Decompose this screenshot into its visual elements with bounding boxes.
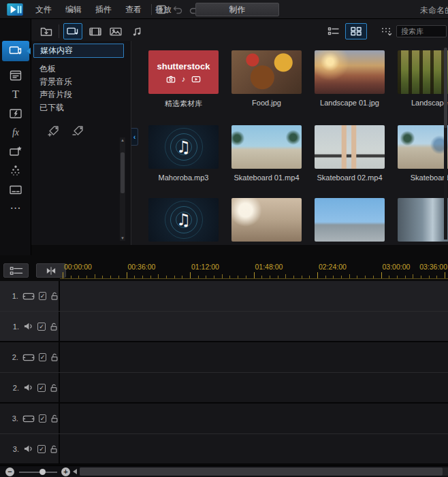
track-header[interactable]: 3.✓ (0, 404, 60, 433)
track-enable-checkbox[interactable]: ✓ (39, 353, 46, 361)
timeline-ruler[interactable]: 00:00:0000:36:0001:12:0001:48:0002:24:00… (60, 261, 448, 281)
ruler-tick (238, 276, 238, 278)
track-header[interactable]: 3.✓ (0, 434, 60, 463)
timeline-zoom-slider[interactable] (19, 472, 57, 473)
pip-objects-room-button[interactable] (2, 142, 29, 161)
ruler-tick (71, 276, 71, 278)
ruler-tick (214, 276, 214, 278)
track-header[interactable]: 1.✓ (0, 312, 60, 341)
track-lane[interactable] (60, 373, 448, 402)
menu-item[interactable]: 编辑 (59, 4, 89, 16)
remove-tag-button[interactable] (71, 124, 86, 137)
track-enable-checkbox[interactable]: ✓ (39, 292, 46, 300)
save-icon[interactable] (155, 3, 167, 16)
particle-room-button[interactable] (2, 161, 29, 180)
import-media-button[interactable] (37, 22, 55, 40)
category-item[interactable]: 声音片段 (31, 88, 131, 101)
media-item[interactable]: shutterstock♪精选素材库 (148, 50, 219, 109)
track-header[interactable]: 1.✓ (0, 281, 60, 311)
media-grid-scroll-thumb[interactable] (444, 48, 447, 128)
timeline-scrollbar[interactable] (80, 467, 448, 476)
media-item[interactable]: Skateboard 0 (398, 125, 448, 182)
menu-item[interactable]: 插件 (89, 4, 118, 16)
category-item[interactable]: 背景音乐 (31, 76, 131, 88)
track-lane[interactable] (60, 281, 448, 311)
track-lock-button[interactable] (50, 322, 58, 331)
track-header[interactable]: 2.✓ (0, 373, 60, 402)
track-lane[interactable] (60, 342, 448, 372)
track-lock-button[interactable] (50, 444, 58, 454)
media-grid-scrollbar[interactable] (444, 48, 447, 240)
track-manager-button[interactable] (3, 263, 29, 278)
category-item[interactable]: 已下载 (31, 101, 131, 114)
menu-item[interactable]: 文件 (29, 4, 59, 16)
room-sidebar: Tfx⋯ (0, 19, 31, 255)
category-scroll-up[interactable]: ▲ (120, 137, 125, 143)
media-room-button[interactable] (2, 41, 29, 61)
category-scroll-down[interactable]: ▼ (120, 235, 125, 241)
search-input[interactable] (396, 25, 447, 37)
title-room-button[interactable]: T (2, 85, 29, 104)
library-section: Tfx⋯ 媒体内容色板背景音乐声音片段已下载 ▲ ▼ ‹ (0, 19, 448, 255)
timeline-scroll-left-button[interactable] (73, 469, 78, 476)
timeline-scroll-thumb[interactable] (80, 467, 443, 476)
track-lock-button[interactable] (50, 414, 59, 423)
track-lock-button[interactable] (50, 291, 59, 301)
media-item[interactable] (398, 198, 448, 242)
track-number: 2. (11, 384, 19, 392)
track-header[interactable]: 2.✓ (0, 342, 60, 372)
more-rooms-button[interactable]: ⋯ (2, 198, 29, 217)
grid-view-button[interactable] (345, 23, 367, 39)
zoom-out-button[interactable]: − (5, 467, 14, 476)
photo-filter-button[interactable] (106, 23, 125, 39)
media-item[interactable] (231, 198, 302, 242)
track-lane[interactable] (60, 404, 448, 433)
category-collapse-tab[interactable]: ‹ (131, 128, 138, 146)
media-item[interactable]: Landscape 0 (398, 50, 448, 109)
produce-button[interactable]: 制作 (195, 3, 279, 16)
menu-item[interactable]: 查看 (118, 4, 148, 16)
track-lock-button[interactable] (50, 352, 59, 362)
list-view-button[interactable] (324, 23, 343, 39)
media-item[interactable] (315, 198, 385, 242)
media-item[interactable]: Skateboard 01.mp4 (231, 125, 302, 182)
music-filter-button[interactable] (127, 23, 146, 39)
all-media-button[interactable] (63, 23, 82, 39)
category-scrollbar[interactable]: ▲ ▼ (120, 137, 125, 241)
effect-room-button[interactable]: fx (2, 123, 29, 142)
track-enable-checkbox[interactable]: ✓ (37, 445, 46, 453)
track-enable-checkbox[interactable]: ✓ (37, 384, 46, 392)
add-tag-button[interactable] (46, 124, 61, 137)
track-row: 1.✓ (0, 312, 448, 342)
media-item[interactable]: Landscape 01.jpg (315, 50, 385, 109)
ruler-time-label: 01:12:00 (191, 263, 219, 271)
category-item[interactable]: 媒体内容 (33, 44, 124, 58)
sort-menu-button[interactable] (378, 23, 396, 39)
subtitle-room-button[interactable] (2, 180, 29, 199)
track-enable-checkbox[interactable]: ✓ (39, 414, 46, 423)
media-thumbnail: ♫ (148, 198, 219, 242)
track-lane[interactable] (60, 434, 448, 463)
media-item[interactable]: ♫ (148, 198, 219, 242)
app-logo[interactable] (7, 3, 23, 16)
category-item[interactable]: 色板 (31, 63, 131, 76)
media-item[interactable]: Food.jpg (231, 50, 302, 109)
ruler-tick (333, 276, 334, 278)
transition-room-button[interactable] (2, 104, 29, 123)
ruler-tick (166, 276, 167, 278)
video-filter-button[interactable] (86, 23, 105, 39)
track-lane[interactable] (60, 312, 448, 341)
category-scroll-thumb[interactable] (121, 152, 125, 193)
stock-brand-label: shutterstock (157, 61, 210, 71)
ruler-time-label: 00:00:00 (64, 263, 92, 271)
undo-icon[interactable] (172, 3, 184, 16)
ruler-tick (270, 276, 270, 278)
zoom-in-button[interactable]: + (61, 467, 70, 476)
track-lock-button[interactable] (50, 383, 58, 393)
media-item[interactable]: Skateboard 02.mp4 (315, 125, 385, 182)
media-item[interactable]: ♫Mahoroba.mp3 (148, 125, 219, 182)
track-enable-checkbox[interactable]: ✓ (37, 323, 46, 331)
template-room-button[interactable] (2, 66, 29, 85)
ruler-tick (389, 276, 389, 278)
zoom-slider-handle[interactable] (39, 469, 46, 475)
